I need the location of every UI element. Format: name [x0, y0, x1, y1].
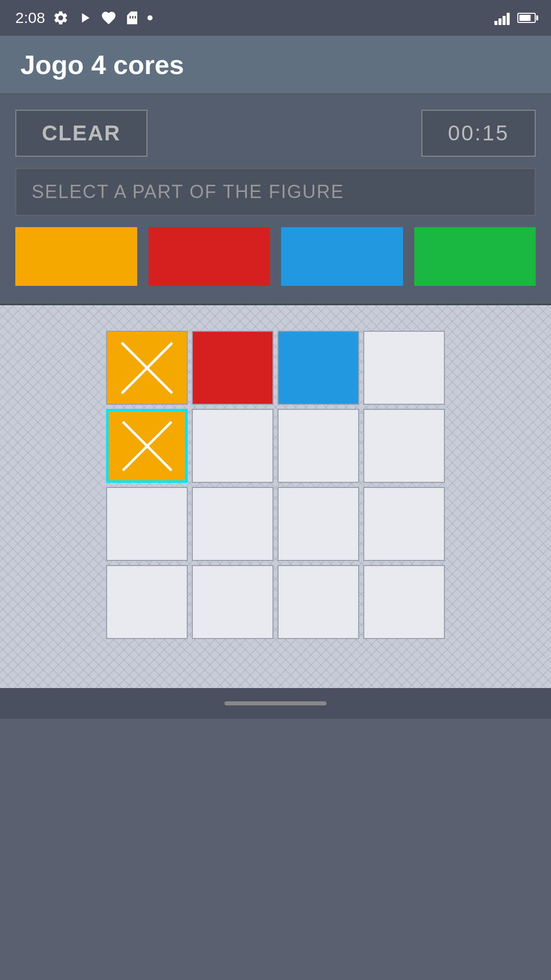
grid-cell-0-3[interactable] — [363, 331, 445, 405]
game-grid — [106, 331, 445, 639]
settings-icon — [53, 10, 69, 26]
color-swatch-green[interactable] — [414, 227, 536, 286]
game-area — [0, 305, 551, 688]
clear-button[interactable]: CLEAR — [15, 110, 147, 157]
grid-cell-2-1[interactable] — [192, 487, 273, 561]
grid-cell-1-1[interactable] — [192, 409, 273, 483]
top-row: CLEAR 00:15 — [15, 110, 536, 157]
bottom-bar — [0, 688, 551, 719]
grid-cell-3-3[interactable] — [363, 565, 445, 639]
status-time: 2:08 — [15, 9, 45, 27]
grid-cell-3-2[interactable] — [278, 565, 359, 639]
grid-cell-3-0[interactable] — [106, 565, 188, 639]
color-swatch-blue[interactable] — [281, 227, 403, 286]
grid-cell-0-1[interactable] — [192, 331, 273, 405]
app-title: Jogo 4 cores — [20, 50, 184, 80]
control-panel: CLEAR 00:15 SELECT A PART OF THE FIGURE — [0, 94, 551, 305]
timer-display: 00:15 — [421, 110, 536, 157]
status-right — [494, 11, 536, 25]
battery-icon — [517, 13, 536, 23]
signal-icon — [494, 11, 510, 25]
color-swatch-red[interactable] — [148, 227, 270, 286]
grid-cell-3-1[interactable] — [192, 565, 273, 639]
grid-cell-1-3[interactable] — [363, 409, 445, 483]
grid-cell-2-2[interactable] — [278, 487, 359, 561]
grid-cell-0-2[interactable] — [278, 331, 359, 405]
home-indicator — [224, 701, 327, 705]
heart-icon — [101, 10, 117, 26]
grid-cell-0-0[interactable] — [106, 331, 188, 405]
grid-cell-1-0[interactable] — [106, 409, 188, 483]
notification-dot — [147, 15, 153, 20]
color-palette — [15, 227, 536, 286]
app-header: Jogo 4 cores — [0, 36, 551, 94]
instruction-box: SELECT A PART OF THE FIGURE — [15, 168, 536, 216]
play-icon — [77, 10, 93, 26]
color-swatch-yellow[interactable] — [15, 227, 137, 286]
status-bar: 2:08 — [0, 0, 551, 36]
status-left: 2:08 — [15, 9, 153, 27]
grid-cell-1-2[interactable] — [278, 409, 359, 483]
grid-cell-2-3[interactable] — [363, 487, 445, 561]
sim-icon — [124, 10, 140, 26]
grid-cell-2-0[interactable] — [106, 487, 188, 561]
